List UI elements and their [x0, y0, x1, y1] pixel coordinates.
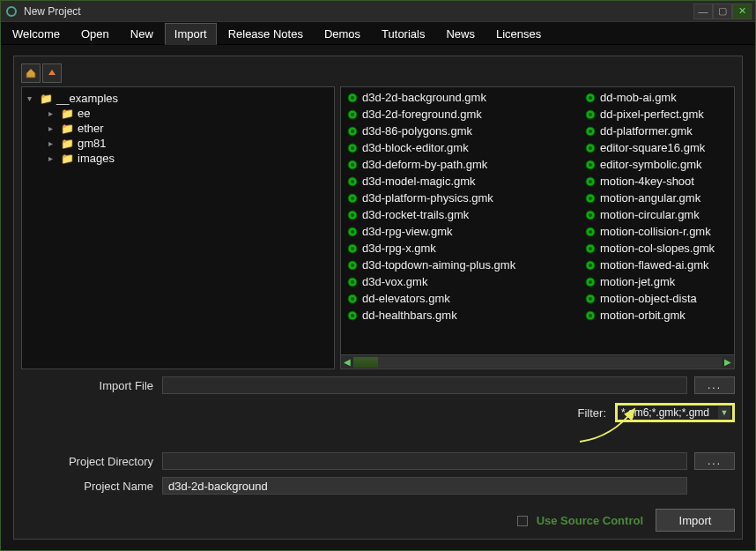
gmk-file-icon	[584, 192, 597, 205]
file-item[interactable]: dd-elevators.gmk	[345, 290, 582, 307]
file-list-hscroll[interactable]: ◀ ▶	[341, 354, 734, 369]
svg-point-4	[351, 113, 354, 116]
svg-point-2	[351, 96, 354, 100]
maximize-button[interactable]: ▢	[713, 4, 732, 19]
tree-folder[interactable]: ▸📁ee	[27, 106, 329, 121]
gmk-file-icon	[584, 259, 597, 272]
filter-combo[interactable]: *.gm6;*.gmk;*.gmd ▼	[615, 403, 735, 422]
scroll-thumb[interactable]	[353, 357, 378, 368]
file-item[interactable]: dd-pixel-perfect.gmk	[582, 106, 734, 123]
home-button[interactable]	[21, 63, 41, 83]
svg-point-30	[589, 96, 592, 100]
browse-import-button[interactable]: ...	[694, 376, 735, 394]
file-item[interactable]: d3d-86-polygons.gmk	[345, 123, 582, 139]
file-browser: ▾ 📁 __examples ▸📁ee▸📁ether▸📁gm81▸📁images…	[21, 86, 735, 369]
checkbox-icon[interactable]	[517, 516, 528, 526]
file-item[interactable]: editor-symbolic.gmk	[582, 156, 734, 173]
file-name: dd-healthbars.gmk	[362, 307, 457, 324]
file-item[interactable]: d3d-block-editor.gmk	[345, 139, 582, 156]
filter-value: *.gm6;*.gmk;*.gmd	[621, 406, 718, 419]
file-item[interactable]: motion-jet.gmk	[582, 273, 734, 290]
file-name: d3d-2d-background.gmk	[362, 89, 486, 106]
file-name: motion-circular.gmk	[600, 206, 700, 223]
file-name: d3d-topdown-aiming-plus.gmk	[362, 257, 515, 273]
file-name: dd-pixel-perfect.gmk	[600, 106, 704, 123]
file-item[interactable]: d3d-model-magic.gmk	[345, 173, 582, 190]
file-item[interactable]: motion-collision-r.gmk	[582, 223, 734, 240]
project-name-label: Project Name	[21, 480, 162, 493]
tree-folder[interactable]: ▸📁images	[27, 151, 329, 166]
tab-release-notes[interactable]: Release Notes	[219, 23, 313, 44]
file-item[interactable]: d3d-rpg-view.gmk	[345, 223, 582, 240]
svg-point-6	[351, 130, 354, 133]
scroll-track[interactable]	[353, 357, 722, 368]
tab-news[interactable]: News	[436, 23, 485, 44]
file-item[interactable]: motion-angular.gmk	[582, 190, 734, 206]
import-file-input[interactable]	[162, 376, 687, 394]
tree-folder[interactable]: ▸📁gm81	[27, 136, 329, 151]
file-item[interactable]: d3d-2d-foreground.gmk	[345, 106, 582, 123]
tab-licenses[interactable]: Licenses	[486, 23, 551, 44]
tab-import[interactable]: Import	[165, 23, 217, 45]
file-item[interactable]: motion-4key-shoot	[582, 173, 734, 190]
file-list[interactable]: d3d-2d-background.gmkd3d-2d-foreground.g…	[341, 87, 734, 354]
project-dir-input[interactable]	[162, 452, 687, 470]
file-item[interactable]: d3d-rocket-trails.gmk	[345, 206, 582, 223]
file-item[interactable]: dd-mob-ai.gmk	[582, 89, 734, 106]
svg-point-20	[351, 247, 354, 250]
svg-point-42	[589, 197, 592, 200]
file-item[interactable]: motion-flawed-ai.gmk	[582, 257, 734, 273]
browse-dir-button[interactable]: ...	[694, 452, 735, 470]
svg-point-34	[589, 130, 592, 133]
main-tabbar: WelcomeOpenNewImportRelease NotesDemosTu…	[1, 22, 755, 45]
file-item[interactable]: motion-col-slopes.gmk	[582, 240, 734, 257]
tab-tutorials[interactable]: Tutorials	[372, 23, 434, 44]
gmk-file-icon	[346, 309, 359, 322]
file-name: d3d-vox.gmk	[362, 273, 427, 290]
file-item[interactable]: d3d-rpg-x.gmk	[345, 240, 582, 257]
file-item[interactable]: motion-circular.gmk	[582, 206, 734, 223]
tab-demos[interactable]: Demos	[315, 23, 370, 44]
svg-point-18	[351, 230, 354, 234]
folder-tree[interactable]: ▾ 📁 __examples ▸📁ee▸📁ether▸📁gm81▸📁images	[21, 86, 335, 369]
import-button[interactable]: Import	[656, 509, 735, 532]
tab-open[interactable]: Open	[71, 23, 119, 44]
gmk-file-icon	[584, 309, 597, 322]
scroll-right-icon[interactable]: ▶	[722, 356, 734, 369]
scroll-left-icon[interactable]: ◀	[341, 356, 353, 369]
expand-icon[interactable]: ▸	[48, 138, 57, 148]
folder-icon: 📁	[61, 138, 74, 150]
minimize-button[interactable]: —	[693, 4, 713, 19]
filter-label: Filter:	[578, 406, 607, 420]
file-item[interactable]: motion-orbit.gmk	[582, 307, 734, 324]
tab-new[interactable]: New	[121, 23, 163, 44]
tree-root[interactable]: ▾ 📁 __examples	[27, 91, 329, 106]
file-item[interactable]: dd-platformer.gmk	[582, 123, 734, 139]
tree-label: images	[78, 152, 115, 165]
chevron-down-icon[interactable]: ▼	[718, 406, 730, 419]
project-dir-label: Project Directory	[21, 455, 162, 468]
expand-icon[interactable]: ▾	[27, 93, 36, 103]
file-item[interactable]: d3d-2d-background.gmk	[345, 89, 582, 106]
file-item[interactable]: d3d-platform-physics.gmk	[345, 190, 582, 206]
gmk-file-icon	[584, 175, 597, 188]
tab-welcome[interactable]: Welcome	[3, 23, 70, 44]
file-item[interactable]: d3d-deform-by-path.gmk	[345, 156, 582, 173]
svg-point-50	[589, 264, 592, 267]
file-name: d3d-rpg-view.gmk	[362, 223, 453, 240]
up-dir-button[interactable]	[42, 63, 62, 83]
file-item[interactable]: motion-object-dista	[582, 290, 734, 307]
file-item[interactable]: d3d-vox.gmk	[345, 273, 582, 290]
expand-icon[interactable]: ▸	[48, 108, 57, 118]
close-button[interactable]: ✕	[732, 4, 752, 19]
file-item[interactable]: dd-healthbars.gmk	[345, 307, 582, 324]
file-item[interactable]: d3d-topdown-aiming-plus.gmk	[345, 257, 582, 273]
expand-icon[interactable]: ▸	[48, 123, 57, 133]
expand-icon[interactable]: ▸	[48, 153, 57, 163]
project-name-input[interactable]	[162, 477, 687, 495]
gmk-file-icon	[346, 293, 359, 305]
svg-point-16	[351, 213, 354, 217]
use-source-control[interactable]: Use Source Control	[517, 514, 643, 527]
file-item[interactable]: editor-square16.gmk	[582, 139, 734, 156]
tree-folder[interactable]: ▸📁ether	[27, 121, 329, 136]
